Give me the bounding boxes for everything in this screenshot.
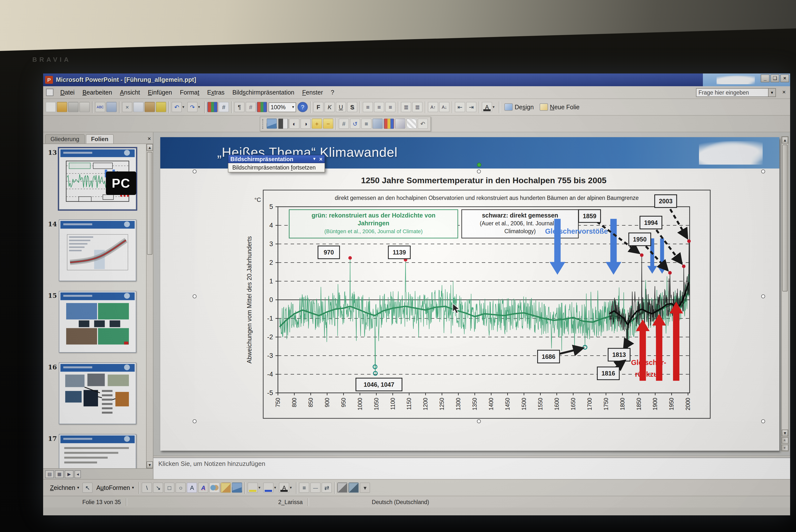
autoshapes-menu-button[interactable]: AutoFormen▾ xyxy=(93,482,137,494)
selection-handle[interactable] xyxy=(192,170,197,173)
select-objects-icon[interactable]: ↖ xyxy=(82,482,93,493)
floating-toolbar-titlebar[interactable]: Bildschirmpräsentation ▼ × xyxy=(228,155,325,163)
slide-canvas[interactable]: „Heißes Thema“ Klimawandel 1250 Jahre So… xyxy=(160,137,779,451)
slide-thumbnail-15[interactable] xyxy=(59,291,136,353)
print-icon[interactable] xyxy=(68,102,78,112)
menu-einfgen[interactable]: Einfügen xyxy=(144,88,176,97)
new-document-icon[interactable] xyxy=(45,102,56,112)
menu-ansicht[interactable]: Ansicht xyxy=(116,88,144,97)
recolor-picture-icon[interactable] xyxy=(384,118,394,129)
font-color-dropdown-icon[interactable]: ▾ xyxy=(290,482,294,493)
clip-art-icon[interactable] xyxy=(221,482,231,493)
rotate-left-icon[interactable]: ↺ xyxy=(350,118,360,129)
floating-toolbar-dropdown-icon[interactable]: ▼ xyxy=(313,157,316,161)
selection-handle[interactable] xyxy=(761,294,765,298)
reset-picture-icon[interactable]: ↶ xyxy=(418,118,428,129)
ask-a-question-input[interactable]: Frage hier eingeben xyxy=(696,88,769,97)
normal-view-button[interactable]: ▤ xyxy=(45,470,54,478)
cut-icon[interactable]: × xyxy=(122,102,132,112)
scroll-up-icon[interactable]: ▲ xyxy=(147,144,153,151)
menu-bildschirmprsentation[interactable]: Bildschirmpräsentation xyxy=(228,88,298,97)
increase-indent-icon[interactable]: ⇥ xyxy=(466,102,477,112)
notes-pane[interactable]: Klicken Sie, um Notizen hinzuzufügen xyxy=(153,458,790,479)
scroll-down-icon[interactable]: ▼ xyxy=(147,461,153,468)
menu-?[interactable]: ? xyxy=(327,88,338,97)
menu-datei[interactable]: Datei xyxy=(56,88,78,97)
font-color-icon[interactable]: A xyxy=(279,482,290,493)
restore-button[interactable]: ❏ xyxy=(771,74,779,82)
decrease-indent-icon[interactable]: ⇤ xyxy=(455,102,465,112)
decrease-font-icon[interactable]: A↓ xyxy=(439,102,449,112)
next-slide-icon[interactable]: » xyxy=(781,444,789,451)
bullet-list-icon[interactable]: ≣ xyxy=(412,102,423,112)
italic-icon[interactable]: K xyxy=(325,102,335,112)
format-painter-icon[interactable] xyxy=(156,102,166,112)
font-color-dropdown-icon[interactable]: ▾ xyxy=(493,102,497,112)
insert-table-icon[interactable]: # xyxy=(219,102,229,112)
bold-icon[interactable]: F xyxy=(313,102,323,112)
panel-scrollbar[interactable]: ▲ ▼ xyxy=(146,144,153,468)
scroll-thumb[interactable] xyxy=(782,145,788,291)
scroll-up-icon[interactable]: ▲ xyxy=(782,137,788,144)
redo-dropdown-icon[interactable]: ▾ xyxy=(198,102,202,112)
toggle-grid-icon[interactable]: # xyxy=(245,102,256,112)
fill-color-dropdown-icon[interactable]: ▾ xyxy=(259,482,263,493)
design-button[interactable]: Design xyxy=(501,101,537,113)
color-grayscale-icon[interactable] xyxy=(257,102,267,112)
menu-extras[interactable]: Extras xyxy=(203,88,228,97)
selection-handle[interactable] xyxy=(761,419,765,423)
picture-icon[interactable] xyxy=(232,482,242,493)
dash-style-icon[interactable]: –– xyxy=(311,482,321,493)
draw-menu-button[interactable]: Zeichnen▾ xyxy=(47,482,82,494)
help-icon[interactable]: ? xyxy=(297,102,308,112)
panel-close-icon[interactable]: × xyxy=(148,135,151,142)
slide-thumbnail-17[interactable] xyxy=(59,434,136,468)
font-color-icon[interactable]: A xyxy=(482,102,492,112)
line-style-icon[interactable]: ≡ xyxy=(361,118,372,129)
notes-splitter[interactable] xyxy=(153,456,790,458)
text-box-icon[interactable]: A xyxy=(187,482,197,493)
slideshow-view-button[interactable]: ▶ xyxy=(65,470,74,478)
undo-dropdown-icon[interactable]: ▾ xyxy=(182,102,187,112)
align-left-icon[interactable]: ≡ xyxy=(363,102,373,112)
close-button[interactable]: × xyxy=(780,74,789,82)
slide-sorter-view-button[interactable]: ▦ xyxy=(55,470,64,478)
underline-icon[interactable]: U xyxy=(336,102,346,112)
three-d-style-icon[interactable] xyxy=(349,482,359,493)
more-contrast-icon[interactable]: ◐ xyxy=(289,118,299,129)
zoom-select[interactable]: 100%▾ xyxy=(269,102,296,112)
fill-color-icon[interactable] xyxy=(248,482,258,493)
resume-slideshow-menu-item[interactable]: Bildschirmpräsentation fortsetzen xyxy=(228,163,325,172)
show-formatting-icon[interactable]: ¶ xyxy=(234,102,245,112)
print-preview-icon[interactable] xyxy=(79,102,90,112)
undo-icon[interactable]: ↶ xyxy=(171,102,182,112)
arrow-icon[interactable]: ↘ xyxy=(153,482,164,493)
line-style-icon[interactable]: ≡ xyxy=(299,482,310,493)
new-slide-button[interactable]: Neue Folie xyxy=(537,101,582,113)
image-color-icon[interactable] xyxy=(278,118,288,129)
diagram-icon[interactable] xyxy=(209,482,220,493)
tab-folien[interactable]: Folien xyxy=(86,134,114,144)
zoom-dropdown-icon[interactable]: ▾ xyxy=(292,105,294,109)
less-brightness-icon[interactable]: − xyxy=(323,118,333,129)
more-brightness-icon[interactable]: + xyxy=(312,118,322,129)
compress-pictures-icon[interactable] xyxy=(372,118,383,129)
increase-font-icon[interactable]: A↑ xyxy=(428,102,438,112)
minimize-button[interactable]: _ xyxy=(761,74,770,82)
paste-icon[interactable] xyxy=(145,102,155,112)
selection-handle[interactable] xyxy=(477,170,481,173)
slide-thumbnail-16[interactable] xyxy=(59,362,136,424)
rectangle-icon[interactable]: □ xyxy=(164,482,175,493)
shadow-icon[interactable]: S xyxy=(347,102,357,112)
toolbar-options-icon[interactable]: ▾ xyxy=(360,482,370,493)
arrow-style-icon[interactable]: ⇄ xyxy=(322,482,332,493)
oval-icon[interactable]: ○ xyxy=(176,482,186,493)
menu-fenster[interactable]: Fenster xyxy=(298,88,327,97)
menu-bearbeiten[interactable]: Bearbeiten xyxy=(78,88,116,97)
rotation-handle[interactable] xyxy=(477,163,481,167)
insert-chart-icon[interactable] xyxy=(207,102,218,112)
line-icon[interactable]: \ xyxy=(142,482,152,493)
shadow-style-icon[interactable] xyxy=(337,482,348,493)
scroll-thumb[interactable] xyxy=(147,152,152,255)
line-color-icon[interactable] xyxy=(263,482,274,493)
